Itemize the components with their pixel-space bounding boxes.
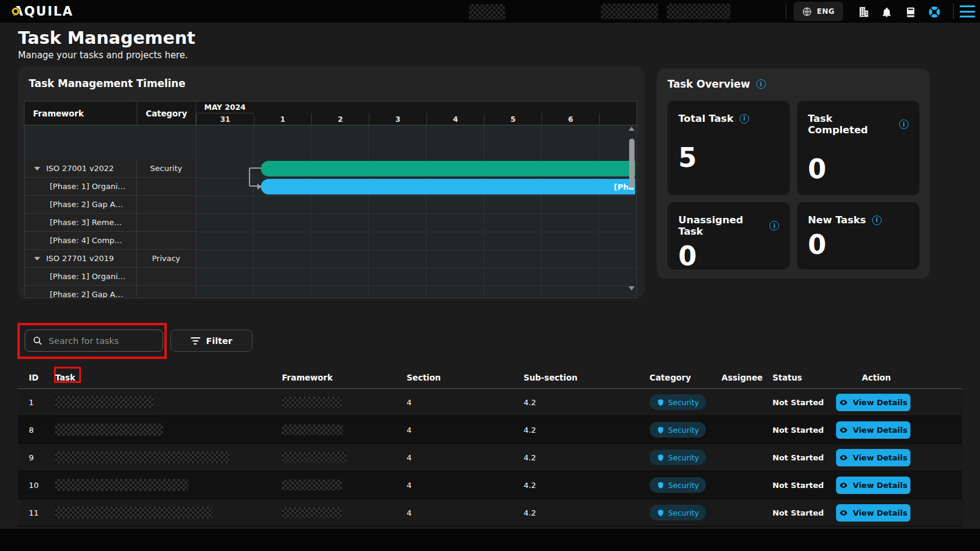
column-header-task: Task	[55, 373, 282, 382]
gantt-vertical-scrollbar[interactable]	[629, 127, 635, 291]
cell-category: Security	[650, 450, 722, 465]
search-input[interactable]	[49, 336, 145, 346]
cell-task	[55, 479, 282, 491]
vertical-scroll-thumb[interactable]	[629, 139, 635, 188]
table-row: 1144.2SecurityNot StartedView Details	[18, 499, 962, 527]
overview-card-label: Total Task	[678, 113, 779, 124]
help-lifering-icon[interactable]	[927, 5, 942, 19]
info-icon[interactable]	[756, 79, 766, 89]
notifications-bell-icon[interactable]	[879, 5, 894, 19]
gantt-row-phase: [Phase: 2] Gap A…	[25, 286, 196, 298]
cell-id: 1	[29, 398, 55, 407]
category-badge[interactable]: Security	[650, 477, 706, 493]
shield-icon	[657, 426, 665, 434]
logo[interactable]: AQUILA	[13, 4, 74, 19]
bottom-strip	[0, 529, 980, 551]
category-badge[interactable]: Security	[650, 394, 706, 410]
cell-subsection: 4.2	[524, 426, 650, 435]
redacted-framework-name	[282, 452, 347, 463]
gantt-bar[interactable]	[261, 161, 635, 176]
gantt-bar[interactable]: [Pha	[261, 179, 635, 194]
redacted-task-name	[55, 507, 212, 519]
column-divider	[136, 232, 137, 249]
search-icon	[32, 336, 43, 346]
overview-card: Total Task5	[668, 101, 790, 195]
gantt-chart: Framework Category MAY 2024 31123456 ISO…	[24, 101, 637, 298]
timeline-day-header: 6	[542, 113, 599, 125]
cell-category: Security	[650, 422, 722, 438]
gantt-row-framework: ISO 27701 v2019Privacy	[25, 250, 196, 268]
framework-column-header: Framework	[33, 101, 84, 125]
category-badge-label: Security	[668, 508, 699, 517]
logo-eye-icon	[11, 7, 20, 16]
cell-action: View Details	[862, 421, 962, 439]
redacted-task-name	[55, 424, 163, 436]
cell-category: Security	[650, 394, 722, 410]
globe-icon	[802, 7, 812, 17]
info-icon[interactable]	[899, 119, 909, 129]
language-label: ENG	[817, 7, 835, 16]
overview-card-value: 0	[808, 229, 909, 260]
cell-section: 4	[407, 398, 524, 407]
shield-icon	[657, 454, 665, 462]
filter-button[interactable]: Filter	[170, 330, 252, 352]
view-details-button[interactable]: View Details	[836, 394, 910, 411]
cell-framework	[282, 480, 407, 490]
organization-icon[interactable]	[856, 5, 871, 19]
gantt-row-line	[196, 286, 637, 286]
view-details-button[interactable]: View Details	[836, 504, 910, 522]
timeline-day-header	[599, 113, 637, 125]
scroll-down-arrow[interactable]	[629, 286, 635, 291]
phase-label: [Phase: 1] Organi…	[50, 182, 125, 191]
gantt-row-phase: [Phase: 4] Comp…	[25, 232, 196, 250]
redacted-task-name	[55, 396, 154, 408]
eye-icon	[839, 508, 848, 517]
docs-book-icon[interactable]	[903, 5, 918, 19]
overview-card-value: 0	[808, 154, 909, 184]
view-details-button[interactable]: View Details	[836, 449, 910, 466]
cell-task	[55, 507, 282, 519]
view-details-button[interactable]: View Details	[836, 477, 910, 494]
phase-label: [Phase: 1] Organi…	[50, 272, 125, 281]
cell-section: 4	[407, 426, 524, 435]
category-badge-label: Security	[668, 426, 699, 435]
menu-icon[interactable]	[960, 5, 975, 17]
gantt-row-line	[196, 232, 637, 232]
gantt-header-timeline: MAY 2024 31123456	[196, 101, 637, 125]
category-badge[interactable]: Security	[650, 450, 706, 465]
collapse-caret-icon[interactable]	[34, 167, 40, 170]
dependency-arrowhead	[257, 184, 261, 190]
eye-icon	[839, 453, 848, 462]
redacted-framework-name	[282, 480, 342, 490]
timeline-day-header: 4	[426, 113, 484, 125]
timeline-day-header: 5	[484, 113, 542, 125]
category-badge[interactable]: Security	[650, 505, 706, 520]
overview-card-label-text: Unassigned Task	[678, 214, 763, 237]
page-title: Task Management	[18, 28, 196, 48]
info-icon[interactable]	[872, 215, 882, 225]
scroll-up-arrow[interactable]	[629, 127, 635, 131]
view-details-button[interactable]: View Details	[836, 421, 910, 439]
redacted-task-name	[55, 451, 229, 463]
gantt-gridline	[426, 125, 426, 298]
info-icon[interactable]	[769, 221, 779, 230]
view-details-label: View Details	[853, 398, 907, 407]
column-header-section: Section	[407, 373, 524, 382]
phase-label: [Phase: 2] Gap A…	[50, 290, 123, 298]
task-search[interactable]	[25, 330, 163, 352]
task-overview-panel: Task Overview Total Task5Task Completed0…	[657, 68, 930, 279]
phase-label: [Phase: 4] Comp…	[50, 236, 122, 245]
cell-subsection: 4.2	[524, 508, 650, 517]
eye-icon	[839, 481, 848, 490]
gantt-header-left: Framework Category	[25, 101, 196, 125]
redacted-framework-name	[282, 397, 342, 408]
overview-card-label-text: New Tasks	[808, 214, 866, 226]
cell-category: Security	[650, 477, 722, 493]
column-header-framework: Framework	[282, 373, 407, 382]
overview-card-label: New Tasks	[808, 214, 909, 226]
info-icon[interactable]	[739, 114, 749, 124]
collapse-caret-icon[interactable]	[34, 257, 40, 260]
language-selector[interactable]: ENG	[793, 2, 843, 21]
gantt-gridline	[368, 125, 369, 298]
category-badge[interactable]: Security	[650, 422, 706, 438]
